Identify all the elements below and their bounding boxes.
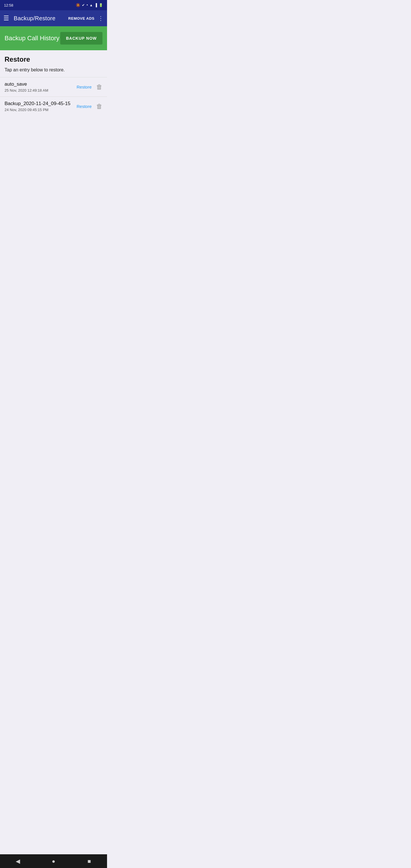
- delete-icon[interactable]: 🗑: [96, 103, 102, 110]
- recents-button[interactable]: ■: [71, 858, 107, 865]
- home-button[interactable]: ●: [36, 858, 71, 865]
- page-title: Backup/Restore: [14, 15, 68, 22]
- recents-icon: ■: [87, 858, 91, 865]
- back-icon: ◀: [16, 858, 20, 865]
- restore-item[interactable]: Backup_2020-11-24_09-45-15 24 Nov, 2020 …: [0, 96, 107, 116]
- restore-item-name: auto_save: [5, 82, 76, 87]
- menu-icon[interactable]: ☰: [3, 15, 9, 22]
- remove-ads-button[interactable]: REMOVE ADS: [68, 16, 94, 21]
- toolbar: ☰ Backup/Restore REMOVE ADS ⋮: [0, 10, 107, 26]
- restore-item-name: Backup_2020-11-24_09-45-15: [5, 101, 76, 106]
- restore-item-date: 25 Nov, 2020 12:49:18 AM: [5, 88, 76, 93]
- battery-icon: 🔋: [99, 3, 103, 7]
- dnd-icon: 🔕: [76, 3, 80, 7]
- backup-section-title: Backup Call History: [5, 35, 59, 42]
- main-content: Restore Tap an entry below to restore. a…: [0, 50, 107, 854]
- more-options-icon[interactable]: ⋮: [98, 15, 104, 22]
- call-icon: ✔: [82, 3, 85, 7]
- back-button[interactable]: ◀: [0, 858, 36, 865]
- restore-action-button[interactable]: Restore: [76, 104, 92, 109]
- signal-icon: ▐: [94, 3, 97, 7]
- wifi-icon: ▲: [90, 3, 93, 7]
- backup-section: Backup Call History BACKUP NOW: [0, 26, 107, 50]
- restore-item-info: Backup_2020-11-24_09-45-15 24 Nov, 2020 …: [5, 101, 76, 112]
- restore-hint: Tap an entry below to restore.: [0, 66, 107, 77]
- restore-heading: Restore: [0, 50, 107, 66]
- restore-item-info: auto_save 25 Nov, 2020 12:49:18 AM: [5, 82, 76, 93]
- dot-icon: •: [87, 3, 88, 7]
- restore-action-button[interactable]: Restore: [76, 85, 92, 89]
- restore-item-date: 24 Nov, 2020 09:45:15 PM: [5, 107, 76, 112]
- restore-item[interactable]: auto_save 25 Nov, 2020 12:49:18 AM Resto…: [0, 77, 107, 96]
- status-icons: 🔕 ✔ • ▲ ▐ 🔋: [76, 3, 103, 7]
- delete-icon[interactable]: 🗑: [96, 83, 102, 91]
- home-icon: ●: [52, 858, 55, 865]
- backup-now-button[interactable]: BACKUP NOW: [60, 32, 102, 44]
- status-bar: 12:58 🔕 ✔ • ▲ ▐ 🔋: [0, 0, 107, 10]
- status-time: 12:58: [4, 3, 13, 7]
- bottom-nav: ◀ ● ■: [0, 854, 107, 868]
